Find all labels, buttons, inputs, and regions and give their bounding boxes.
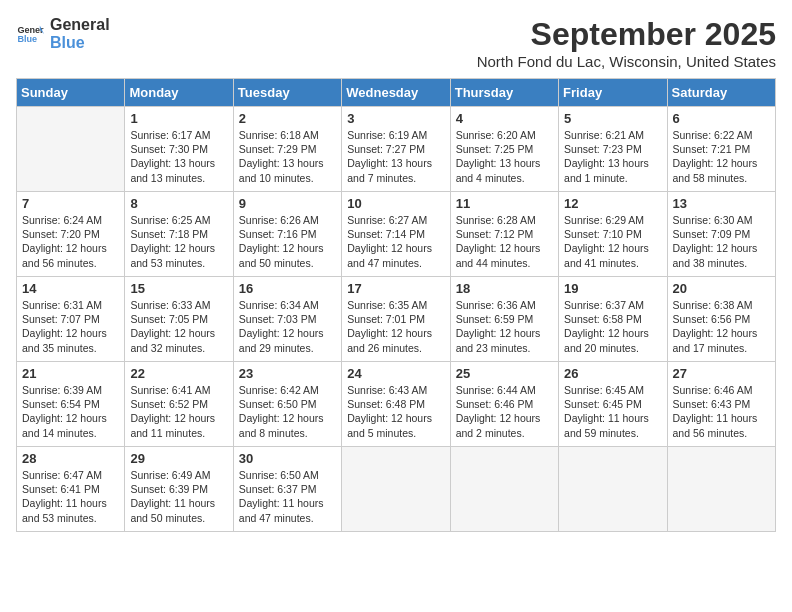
cell-line: Sunrise: 6:36 AM xyxy=(456,298,553,312)
cell-line: Sunset: 6:46 PM xyxy=(456,397,553,411)
cell-line: Daylight: 12 hours xyxy=(673,156,770,170)
cell-line: and 29 minutes. xyxy=(239,341,336,355)
day-number: 22 xyxy=(130,366,227,381)
calendar-cell: 27Sunrise: 6:46 AMSunset: 6:43 PMDayligh… xyxy=(667,362,775,447)
cell-line: Sunrise: 6:20 AM xyxy=(456,128,553,142)
calendar-cell: 19Sunrise: 6:37 AMSunset: 6:58 PMDayligh… xyxy=(559,277,667,362)
weekday-header-friday: Friday xyxy=(559,79,667,107)
location-title: North Fond du Lac, Wisconsin, United Sta… xyxy=(477,53,776,70)
calendar-cell: 24Sunrise: 6:43 AMSunset: 6:48 PMDayligh… xyxy=(342,362,450,447)
day-number: 6 xyxy=(673,111,770,126)
cell-line: Sunrise: 6:22 AM xyxy=(673,128,770,142)
day-number: 3 xyxy=(347,111,444,126)
cell-line: and 10 minutes. xyxy=(239,171,336,185)
calendar-cell xyxy=(450,447,558,532)
calendar-cell: 16Sunrise: 6:34 AMSunset: 7:03 PMDayligh… xyxy=(233,277,341,362)
day-number: 24 xyxy=(347,366,444,381)
cell-line: and 17 minutes. xyxy=(673,341,770,355)
cell-line: Daylight: 12 hours xyxy=(130,241,227,255)
cell-line: Sunrise: 6:47 AM xyxy=(22,468,119,482)
cell-line: and 53 minutes. xyxy=(130,256,227,270)
cell-line: Sunrise: 6:34 AM xyxy=(239,298,336,312)
calendar-cell: 21Sunrise: 6:39 AMSunset: 6:54 PMDayligh… xyxy=(17,362,125,447)
cell-line: Sunset: 7:01 PM xyxy=(347,312,444,326)
cell-line: and 13 minutes. xyxy=(130,171,227,185)
calendar-cell: 2Sunrise: 6:18 AMSunset: 7:29 PMDaylight… xyxy=(233,107,341,192)
cell-line: Sunset: 6:58 PM xyxy=(564,312,661,326)
calendar-cell: 3Sunrise: 6:19 AMSunset: 7:27 PMDaylight… xyxy=(342,107,450,192)
cell-line: Daylight: 12 hours xyxy=(22,411,119,425)
cell-line: Sunrise: 6:31 AM xyxy=(22,298,119,312)
cell-line: Sunrise: 6:30 AM xyxy=(673,213,770,227)
calendar-cell xyxy=(559,447,667,532)
cell-line: and 41 minutes. xyxy=(564,256,661,270)
cell-line: Sunset: 6:59 PM xyxy=(456,312,553,326)
calendar-cell: 12Sunrise: 6:29 AMSunset: 7:10 PMDayligh… xyxy=(559,192,667,277)
cell-line: Daylight: 12 hours xyxy=(130,411,227,425)
cell-line: Sunset: 7:16 PM xyxy=(239,227,336,241)
cell-line: Daylight: 13 hours xyxy=(347,156,444,170)
svg-text:Blue: Blue xyxy=(17,34,37,44)
cell-line: Sunset: 7:23 PM xyxy=(564,142,661,156)
cell-line: Sunset: 6:37 PM xyxy=(239,482,336,496)
weekday-header-monday: Monday xyxy=(125,79,233,107)
day-number: 16 xyxy=(239,281,336,296)
cell-line: Daylight: 12 hours xyxy=(347,241,444,255)
calendar-table: SundayMondayTuesdayWednesdayThursdayFrid… xyxy=(16,78,776,532)
calendar-cell: 5Sunrise: 6:21 AMSunset: 7:23 PMDaylight… xyxy=(559,107,667,192)
calendar-header: SundayMondayTuesdayWednesdayThursdayFrid… xyxy=(17,79,776,107)
cell-line: Daylight: 12 hours xyxy=(456,326,553,340)
cell-line: Sunset: 6:52 PM xyxy=(130,397,227,411)
cell-line: Daylight: 12 hours xyxy=(239,241,336,255)
cell-line: Daylight: 13 hours xyxy=(130,156,227,170)
cell-line: Sunset: 7:07 PM xyxy=(22,312,119,326)
cell-line: Daylight: 12 hours xyxy=(347,411,444,425)
day-number: 23 xyxy=(239,366,336,381)
day-number: 13 xyxy=(673,196,770,211)
day-number: 2 xyxy=(239,111,336,126)
cell-line: and 2 minutes. xyxy=(456,426,553,440)
day-number: 25 xyxy=(456,366,553,381)
calendar-cell: 29Sunrise: 6:49 AMSunset: 6:39 PMDayligh… xyxy=(125,447,233,532)
cell-line: and 7 minutes. xyxy=(347,171,444,185)
cell-line: Daylight: 13 hours xyxy=(239,156,336,170)
cell-line: Sunrise: 6:46 AM xyxy=(673,383,770,397)
day-number: 30 xyxy=(239,451,336,466)
cell-line: and 44 minutes. xyxy=(456,256,553,270)
cell-line: Sunset: 7:21 PM xyxy=(673,142,770,156)
cell-line: Sunset: 6:41 PM xyxy=(22,482,119,496)
calendar-cell: 7Sunrise: 6:24 AMSunset: 7:20 PMDaylight… xyxy=(17,192,125,277)
cell-line: and 5 minutes. xyxy=(347,426,444,440)
day-number: 7 xyxy=(22,196,119,211)
day-number: 4 xyxy=(456,111,553,126)
cell-line: Sunrise: 6:50 AM xyxy=(239,468,336,482)
cell-line: Sunrise: 6:45 AM xyxy=(564,383,661,397)
cell-line: Daylight: 11 hours xyxy=(130,496,227,510)
cell-line: Sunrise: 6:44 AM xyxy=(456,383,553,397)
cell-line: Sunset: 7:10 PM xyxy=(564,227,661,241)
cell-line: and 58 minutes. xyxy=(673,171,770,185)
cell-line: Daylight: 12 hours xyxy=(239,411,336,425)
day-number: 12 xyxy=(564,196,661,211)
day-number: 5 xyxy=(564,111,661,126)
calendar-cell: 6Sunrise: 6:22 AMSunset: 7:21 PMDaylight… xyxy=(667,107,775,192)
cell-line: Sunrise: 6:37 AM xyxy=(564,298,661,312)
cell-line: and 50 minutes. xyxy=(130,511,227,525)
cell-line: and 38 minutes. xyxy=(673,256,770,270)
cell-line: and 26 minutes. xyxy=(347,341,444,355)
header: General Blue General Blue September 2025… xyxy=(16,16,776,70)
cell-line: Sunrise: 6:33 AM xyxy=(130,298,227,312)
calendar-cell: 4Sunrise: 6:20 AMSunset: 7:25 PMDaylight… xyxy=(450,107,558,192)
cell-line: Daylight: 12 hours xyxy=(673,241,770,255)
calendar-cell: 28Sunrise: 6:47 AMSunset: 6:41 PMDayligh… xyxy=(17,447,125,532)
day-number: 15 xyxy=(130,281,227,296)
cell-line: Sunrise: 6:28 AM xyxy=(456,213,553,227)
cell-line: and 20 minutes. xyxy=(564,341,661,355)
calendar-cell: 18Sunrise: 6:36 AMSunset: 6:59 PMDayligh… xyxy=(450,277,558,362)
calendar-body: 1Sunrise: 6:17 AMSunset: 7:30 PMDaylight… xyxy=(17,107,776,532)
cell-line: Sunset: 7:25 PM xyxy=(456,142,553,156)
cell-line: Sunset: 7:09 PM xyxy=(673,227,770,241)
cell-line: and 56 minutes. xyxy=(673,426,770,440)
calendar-cell: 17Sunrise: 6:35 AMSunset: 7:01 PMDayligh… xyxy=(342,277,450,362)
calendar-cell: 9Sunrise: 6:26 AMSunset: 7:16 PMDaylight… xyxy=(233,192,341,277)
